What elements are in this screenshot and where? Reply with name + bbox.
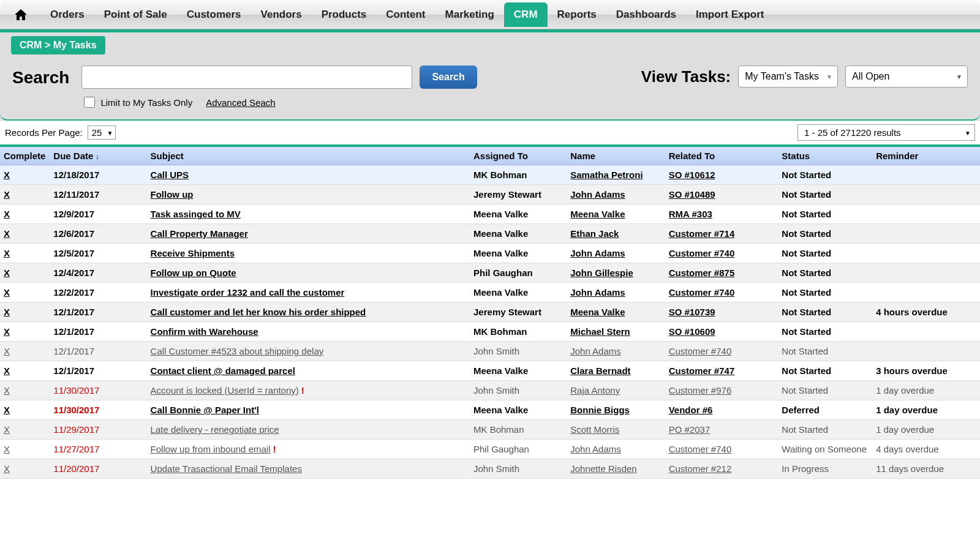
col-name[interactable]: Name xyxy=(567,147,665,165)
complete-action[interactable]: X xyxy=(4,228,10,239)
related-link[interactable]: Vendor #6 xyxy=(669,405,713,415)
subject-link[interactable]: Follow up xyxy=(151,189,194,200)
name-link[interactable]: Bonnie Biggs xyxy=(570,405,630,415)
related-link[interactable]: Customer #212 xyxy=(669,463,732,474)
search-label: Search xyxy=(12,66,69,88)
status-filter-dropdown[interactable]: All Open xyxy=(845,66,968,88)
related-link[interactable]: Customer #875 xyxy=(669,268,735,278)
name-link[interactable]: Samatha Petroni xyxy=(570,170,643,180)
related-link[interactable]: SO #10609 xyxy=(669,326,715,337)
nav-crm[interactable]: CRM xyxy=(504,2,548,27)
subject-link[interactable]: Call UPS xyxy=(151,170,189,180)
name-link[interactable]: John Adams xyxy=(570,287,625,298)
nav-orders[interactable]: Orders xyxy=(40,1,94,28)
complete-action[interactable]: X xyxy=(4,405,10,415)
subject-link[interactable]: Follow up on Quote xyxy=(151,268,236,278)
subject-link[interactable]: Call customer and let her know his order… xyxy=(151,307,366,317)
complete-action[interactable]: X xyxy=(4,326,10,337)
complete-action[interactable]: X xyxy=(4,287,10,298)
name-link[interactable]: John Gillespie xyxy=(570,268,633,278)
search-input[interactable] xyxy=(81,66,412,89)
advanced-search-link[interactable]: Advanced Seach xyxy=(206,97,275,108)
nav-customers[interactable]: Customers xyxy=(177,1,251,28)
col-status[interactable]: Status xyxy=(778,147,872,165)
name-link[interactable]: Ethan Jack xyxy=(570,228,619,239)
col-complete[interactable]: Complete xyxy=(0,147,50,165)
related-link[interactable]: SO #10612 xyxy=(669,170,715,180)
subject-link[interactable]: Investigate order 1232 and call the cust… xyxy=(151,287,345,298)
name-link[interactable]: Scott Morris xyxy=(570,424,619,435)
limit-checkbox[interactable] xyxy=(84,97,95,108)
name-link[interactable]: John Adams xyxy=(570,444,621,454)
col-subject[interactable]: Subject xyxy=(147,147,470,165)
related-link[interactable]: Customer #714 xyxy=(669,228,735,239)
related-link[interactable]: Customer #747 xyxy=(669,365,735,376)
name-link[interactable]: John Adams xyxy=(570,248,625,258)
name-link[interactable]: Meena Valke xyxy=(570,209,625,219)
related-link[interactable]: Customer #740 xyxy=(669,248,735,258)
subject-link[interactable]: Receive Shipments xyxy=(151,248,235,258)
nav-content[interactable]: Content xyxy=(376,1,435,28)
reminder xyxy=(872,185,980,204)
name-link[interactable]: John Adams xyxy=(570,346,621,356)
subject-link[interactable]: Call Property Manager xyxy=(151,228,248,239)
related-link[interactable]: Customer #740 xyxy=(669,287,735,298)
status: In Progress xyxy=(778,459,872,479)
subject-link[interactable]: Call Customer #4523 about shipping delay xyxy=(151,346,324,356)
complete-action[interactable]: X xyxy=(4,463,10,474)
subject-link[interactable]: Follow up from inbound email xyxy=(151,444,271,454)
name-link[interactable]: Clara Bernadt xyxy=(570,365,630,376)
subject-link[interactable]: Call Bonnie @ Paper Int'l xyxy=(151,405,259,415)
nav-import-export[interactable]: Import Export xyxy=(686,1,774,28)
nav-reports[interactable]: Reports xyxy=(548,1,606,28)
subject-link[interactable]: Task assinged to MV xyxy=(151,209,241,219)
related-link[interactable]: Customer #740 xyxy=(669,444,732,454)
nav-dashboards[interactable]: Dashboards xyxy=(606,1,686,28)
complete-action[interactable]: X xyxy=(4,385,10,395)
alert-icon: ! xyxy=(301,385,304,395)
records-per-page-label: Records Per Page: xyxy=(5,127,83,138)
complete-action[interactable]: X xyxy=(4,444,10,454)
related-link[interactable]: RMA #303 xyxy=(669,209,712,219)
complete-action[interactable]: X xyxy=(4,365,10,376)
subject-link[interactable]: Update Trasactional Email Templates xyxy=(151,463,302,474)
complete-action[interactable]: X xyxy=(4,189,10,200)
subject-link[interactable]: Contact client @ damaged parcel xyxy=(151,365,295,376)
complete-action[interactable]: X xyxy=(4,424,10,435)
col-reminder[interactable]: Reminder xyxy=(872,147,980,165)
search-button[interactable]: Search xyxy=(420,66,477,89)
name-link[interactable]: Michael Stern xyxy=(570,326,630,337)
results-pagination-dropdown[interactable]: 1 - 25 of 271220 results xyxy=(797,124,975,141)
due-date: 12/11/2017 xyxy=(50,185,146,204)
related-link[interactable]: SO #10489 xyxy=(669,189,715,200)
related-link[interactable]: Customer #740 xyxy=(669,346,732,356)
subject-link[interactable]: Late delivery - renegotiate price xyxy=(151,424,279,435)
tasks-table: CompleteDue Date ↓SubjectAssigned ToName… xyxy=(0,147,980,479)
related-link[interactable]: Customer #976 xyxy=(669,385,732,395)
complete-action[interactable]: X xyxy=(4,170,10,180)
complete-action[interactable]: X xyxy=(4,209,10,219)
nav-vendors[interactable]: Vendors xyxy=(251,1,312,28)
name-link[interactable]: Meena Valke xyxy=(570,307,625,317)
name-link[interactable]: Johnette Risden xyxy=(570,463,636,474)
complete-action[interactable]: X xyxy=(4,248,10,258)
subject-link[interactable]: Account is locked (UserId = rantony) xyxy=(151,385,299,395)
status: Not Started xyxy=(778,204,872,224)
col-assigned-to[interactable]: Assigned To xyxy=(470,147,567,165)
nav-products[interactable]: Products xyxy=(312,1,377,28)
complete-action[interactable]: X xyxy=(4,268,10,278)
complete-action[interactable]: X xyxy=(4,346,10,356)
name-link[interactable]: Raja Antony xyxy=(570,385,620,395)
home-icon[interactable] xyxy=(13,7,28,22)
nav-point-of-sale[interactable]: Point of Sale xyxy=(94,1,177,28)
complete-action[interactable]: X xyxy=(4,307,10,317)
col-related-to[interactable]: Related To xyxy=(665,147,778,165)
team-filter-dropdown[interactable]: My Team's Tasks xyxy=(738,66,838,88)
related-link[interactable]: SO #10739 xyxy=(669,307,715,317)
records-per-page-select[interactable]: 25 xyxy=(88,126,116,140)
related-link[interactable]: PO #2037 xyxy=(669,424,710,435)
name-link[interactable]: John Adams xyxy=(570,189,625,200)
col-due-date[interactable]: Due Date ↓ xyxy=(50,147,146,165)
subject-link[interactable]: Confirm with Warehouse xyxy=(151,326,258,337)
nav-marketing[interactable]: Marketing xyxy=(435,1,504,28)
